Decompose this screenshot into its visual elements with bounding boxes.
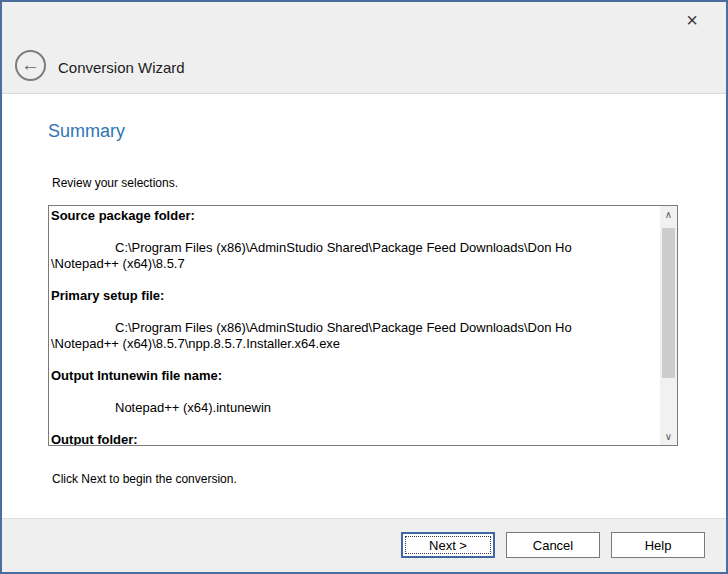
scrollbar-up-button[interactable]: ∧ <box>660 206 677 223</box>
summary-section-label: Output folder: <box>51 432 658 445</box>
back-button[interactable]: ← <box>15 50 46 81</box>
summary-content: Source package folder: C:\Program Files … <box>49 206 660 445</box>
summary-section: Primary setup file: C:\Program Files (x8… <box>51 288 658 352</box>
button-row: Next > Cancel Help <box>401 532 705 558</box>
help-button[interactable]: Help <box>611 532 705 558</box>
summary-section-value: C:\Program Files (x86)\AdminStudio Share… <box>51 240 658 272</box>
chevron-down-icon: ∨ <box>665 431 672 442</box>
next-button[interactable]: Next > <box>401 532 495 558</box>
scrollbar-thumb[interactable] <box>662 228 675 378</box>
conversion-wizard-window: × ← Conversion Wizard Summary Review you… <box>0 0 728 574</box>
chevron-up-icon: ∧ <box>665 209 672 220</box>
summary-box[interactable]: Source package folder: C:\Program Files … <box>48 205 678 446</box>
cancel-button[interactable]: Cancel <box>506 532 600 558</box>
intro-text: Review your selections. <box>52 176 178 190</box>
summary-section-label: Output Intunewin file name: <box>51 368 658 384</box>
back-arrow-icon: ← <box>21 55 40 74</box>
scrollbar-down-button[interactable]: ∨ <box>660 428 677 445</box>
wizard-title: Conversion Wizard <box>58 59 185 76</box>
summary-section-value: Notepad++ (x64).intunewin <box>51 400 658 416</box>
vertical-scrollbar[interactable]: ∧ ∨ <box>660 206 677 445</box>
summary-section-value: C:\Program Files (x86)\AdminStudio Share… <box>51 320 658 352</box>
summary-section-label: Primary setup file: <box>51 288 658 304</box>
summary-section: Output Intunewin file name: Notepad++ (x… <box>51 368 658 416</box>
close-icon: × <box>686 10 698 30</box>
footer-note: Click Next to begin the conversion. <box>52 472 237 486</box>
page-title: Summary <box>48 121 125 142</box>
summary-section: Output folder: <box>51 432 658 445</box>
footer-bar: Next > Cancel Help <box>2 518 726 572</box>
close-button[interactable]: × <box>676 6 708 34</box>
wizard-header: × ← Conversion Wizard <box>2 2 726 94</box>
summary-section: Source package folder: C:\Program Files … <box>51 208 658 272</box>
summary-section-label: Source package folder: <box>51 208 658 224</box>
